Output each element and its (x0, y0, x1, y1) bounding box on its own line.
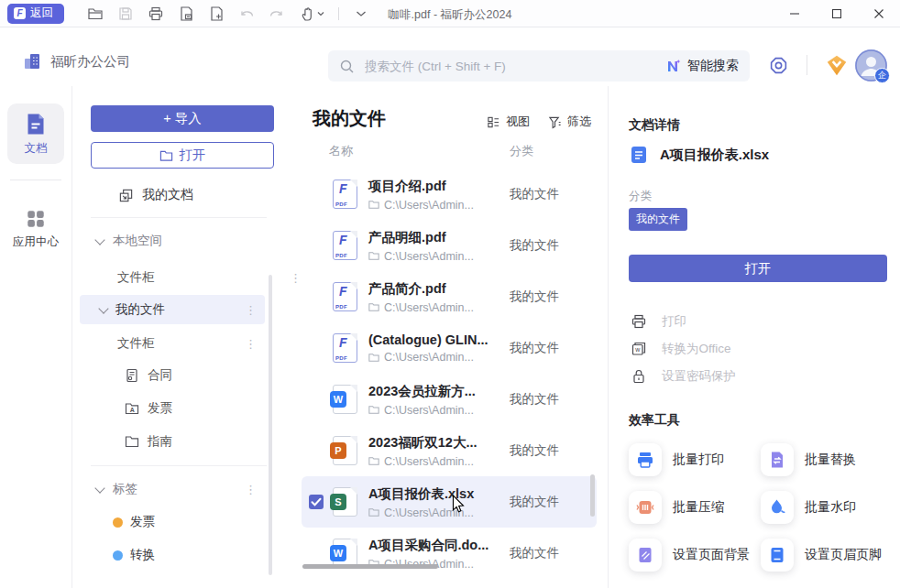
file-name: 产品简介.pdf (368, 280, 474, 298)
tool-page-background[interactable]: 设置页面背景 (629, 539, 761, 572)
search-bar[interactable]: 智能搜索 (328, 50, 750, 82)
export-page-icon[interactable] (178, 5, 194, 22)
minimize-button[interactable] (774, 0, 816, 27)
rail-item-app-center[interactable]: 应用中心 (7, 200, 64, 257)
file-category: 我的文件 (510, 237, 559, 254)
action-lock[interactable]: 设置密码保护 (631, 363, 736, 390)
action-label: 设置密码保护 (662, 368, 736, 385)
file-name: 2023会员拉新方... (368, 383, 476, 400)
category-badge[interactable]: 我的文件 (629, 208, 687, 231)
action-word-convert[interactable]: w 转换为Office (631, 335, 736, 363)
file-list-panel: 我的文件 视图 筛选 名称 分类 FPDF项目介绍.pdf C:\Users\A… (285, 86, 609, 588)
search-input[interactable] (363, 59, 664, 74)
smart-search-button[interactable]: 智能搜索 (664, 58, 739, 74)
pdf-file-icon: FPDF (333, 231, 357, 260)
filter-label: 筛选 (567, 114, 591, 130)
user-avatar[interactable]: 企 (855, 49, 887, 82)
redo-icon[interactable] (269, 5, 285, 22)
table-row[interactable]: FPDF产品简介.pdf C:\Users\Admin...我的文件 (302, 271, 597, 322)
collapse-toolbar-icon[interactable] (353, 5, 369, 22)
detail-file-name: A项目报价表.xlsx (660, 147, 769, 164)
import-button[interactable]: + 导入 (91, 105, 274, 132)
table-row[interactable]: FPDF(Catalogue) GLIN... C:\Users\Admin..… (302, 322, 597, 374)
foxit-logo-icon: F (14, 7, 26, 19)
tree-item-cabinet-sub[interactable]: 文件柜 ⋮ (117, 330, 155, 357)
tree-item-my-files[interactable]: 我的文件 ⋮ (100, 296, 165, 323)
tree-item-label: 指南 (148, 433, 172, 450)
list-horizontal-scrollbar[interactable] (302, 564, 438, 569)
company-switcher[interactable]: 福昕办公公司 (22, 51, 130, 71)
rail-item-documents[interactable]: 文档 (7, 103, 64, 164)
tag-item[interactable]: 发票 (113, 508, 155, 536)
vip-membership-icon[interactable] (824, 53, 850, 78)
settings-gear-icon[interactable] (769, 56, 788, 75)
tool-batch-replace[interactable]: 批量替换 (761, 443, 893, 476)
save-icon[interactable] (117, 5, 134, 22)
open-document-button[interactable]: 打开 (629, 255, 887, 282)
kebab-menu-icon[interactable]: ⋮ (245, 337, 257, 351)
rail-item-label: 应用中心 (13, 234, 59, 250)
tree-item-contract-folder[interactable]: 合同 (125, 362, 172, 389)
file-path: C:\Users\Admin... (368, 455, 477, 468)
tag-color-dot (113, 550, 123, 561)
caret-down-icon (317, 11, 324, 16)
table-row[interactable]: W2023会员拉新方... C:\Users\Admin...我的文件 (302, 374, 597, 425)
app-grid-icon (25, 208, 47, 230)
print-icon[interactable] (148, 5, 164, 22)
sidebar-item-my-documents[interactable]: 我的文档 (118, 181, 193, 209)
tree-item-cabinet[interactable]: 文件柜 ⋮ (117, 264, 155, 291)
kebab-menu-icon[interactable]: ⋮ (245, 303, 257, 317)
hand-tool-dropdown[interactable] (299, 5, 324, 22)
back-button[interactable]: F 返回 (7, 4, 64, 24)
column-category: 分类 (510, 143, 533, 159)
ppt-file-icon: P (333, 436, 357, 465)
action-label: 转换为Office (662, 341, 731, 357)
list-vertical-scrollbar[interactable] (590, 474, 595, 517)
open-folder-icon[interactable] (87, 5, 104, 22)
category-label: 分类 (629, 189, 652, 204)
tree-section-local-space[interactable]: 本地空间 (96, 227, 162, 255)
tool-batch-compress[interactable]: 批量压缩 (629, 491, 761, 524)
kebab-menu-icon[interactable]: ⋮ (245, 483, 257, 496)
tool-batch-watermark[interactable]: 批量水印 (761, 491, 893, 524)
table-row[interactable]: FPDF产品明细.pdf C:\Users\Admin...我的文件 (302, 220, 597, 271)
row-checkbox[interactable] (309, 495, 324, 509)
enterprise-badge: 企 (874, 68, 890, 83)
batch-watermark-icon (761, 491, 794, 524)
tree-section-tags[interactable]: 标签 ⋮ (96, 475, 137, 503)
file-path: C:\Users\Admin... (368, 250, 474, 263)
action-printer[interactable]: 打印 (631, 308, 736, 335)
table-row[interactable]: FPDF项目介绍.pdf C:\Users\Admin...我的文件 (302, 169, 597, 220)
sidebar-divider (91, 217, 267, 218)
view-button[interactable]: 视图 (487, 114, 530, 130)
tag-item[interactable]: 转换 (113, 541, 155, 569)
tag-color-dot (113, 517, 123, 528)
header-footer-icon (761, 539, 794, 572)
close-button[interactable] (858, 0, 900, 27)
table-row[interactable]: P2023福昕双12大... C:\Users\Admin...我的文件 (302, 425, 597, 476)
new-page-icon[interactable] (208, 5, 225, 22)
tool-header-footer[interactable]: 设置页眉页脚 (761, 539, 893, 572)
batch-replace-icon (761, 443, 794, 476)
tool-batch-print[interactable]: 批量打印 (629, 443, 761, 476)
chevron-down-icon (94, 234, 104, 245)
my-files-label: 我的文件 (115, 301, 165, 318)
tree-item-guide-folder[interactable]: 指南 (125, 428, 172, 455)
file-category: 我的文件 (510, 340, 559, 356)
cabinet-sub-label: 文件柜 (117, 335, 155, 352)
filter-button[interactable]: 筛选 (548, 114, 591, 130)
sidebar-scrollbar[interactable] (269, 275, 272, 575)
my-documents-label: 我的文档 (142, 187, 193, 203)
table-row[interactable]: WA项目采购合同.do... C:\Users\Admin...我的文件 (302, 528, 597, 579)
pdf-file-icon: FPDF (333, 282, 357, 311)
tools-section-title: 效率工具 (629, 412, 680, 429)
maximize-button[interactable] (816, 0, 858, 27)
undo-icon[interactable] (238, 5, 255, 22)
file-path: C:\Users\Admin... (368, 404, 476, 417)
tree-item-invoice-folder[interactable]: A 发票 (125, 395, 172, 422)
contract-folder-icon (125, 368, 139, 383)
batch-compress-icon (629, 491, 662, 524)
printer-icon (631, 313, 647, 330)
open-file-button[interactable]: 打开 (91, 142, 274, 169)
table-row[interactable]: SA项目报价表.xlsx C:\Users\Admin...我的文件 (302, 476, 597, 528)
